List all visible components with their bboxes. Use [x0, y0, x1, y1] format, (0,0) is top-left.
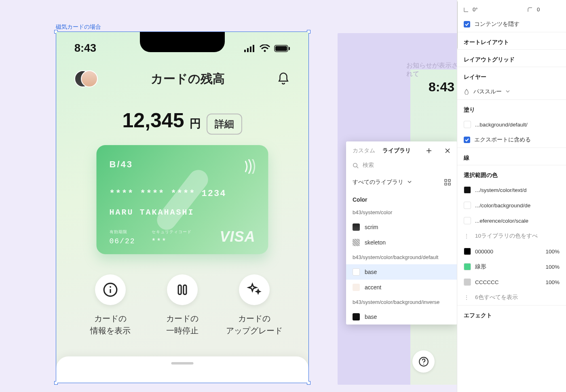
section-autolayout[interactable]: オートレイアウト — [457, 32, 566, 49]
avatar-2 — [81, 70, 98, 87]
svg-rect-1 — [247, 48, 249, 52]
action-pause-label: カードの 一時停止 — [149, 312, 216, 337]
selcolor-1[interactable]: .../system/color/text/d — [457, 182, 566, 198]
question-icon — [418, 356, 429, 367]
corner-input[interactable]: 0 — [537, 6, 560, 13]
transform-row: 0° 0 — [457, 0, 566, 17]
svg-rect-0 — [244, 50, 246, 52]
svg-rect-21 — [445, 179, 447, 181]
svg-point-19 — [353, 163, 357, 166]
rotation-input[interactable]: 0° — [473, 6, 495, 13]
balance-amount: 12,345 — [122, 109, 184, 132]
contactless-icon — [244, 159, 256, 174]
svg-rect-6 — [275, 46, 287, 51]
section-layer[interactable]: レイヤー — [457, 67, 566, 84]
card-brand: B/43 — [110, 159, 256, 170]
frame-1[interactable]: 8:43 カードの残高 12,345 円 詳細 B/43 **** **** *… — [56, 32, 309, 383]
balance-unit: 円 — [190, 116, 201, 131]
action-info-label: カードの 情報を表示 — [77, 312, 144, 337]
corner-icon — [527, 7, 533, 13]
angle-icon — [464, 7, 469, 12]
selcolor-2[interactable]: .../color/background/de — [457, 198, 566, 213]
section-effect[interactable]: エフェクト — [457, 305, 566, 322]
fill-row[interactable]: ...background/default/ — [457, 117, 566, 132]
notice-text: お知らせが表示されて — [406, 61, 459, 78]
svg-rect-3 — [253, 45, 254, 52]
avatar-group[interactable] — [74, 70, 99, 87]
svg-rect-12 — [184, 285, 186, 295]
svg-rect-23 — [445, 183, 447, 185]
section-selection-colors[interactable]: 選択範囲の色 — [457, 165, 566, 182]
section-layoutgrid[interactable]: レイアウトグリッド — [457, 49, 566, 67]
sparkle-icon — [247, 282, 262, 297]
selcolor-3[interactable]: ...eference/color/scale — [457, 213, 566, 228]
details-button[interactable]: 詳細 — [207, 114, 242, 135]
status-bar: 8:43 — [56, 42, 308, 55]
wifi-icon — [260, 44, 270, 53]
library-popup[interactable]: カスタム ライブラリ 検索 すべてのライブラリ Color b43/system… — [346, 141, 457, 325]
lib-item-accent[interactable]: accent — [346, 280, 457, 295]
lib-item-base[interactable]: base — [346, 264, 457, 280]
section-stroke[interactable]: 線 — [457, 148, 566, 165]
pause-icon — [175, 283, 189, 297]
action-pause[interactable]: カードの 一時停止 — [149, 274, 216, 337]
lib-item-scrim[interactable]: scrim — [346, 219, 457, 235]
lib-section-color: Color — [346, 190, 457, 205]
chevron-down-icon — [506, 90, 510, 93]
svg-point-10 — [110, 286, 111, 288]
status-time-2: 8:43 — [429, 80, 454, 95]
info-icon — [103, 282, 118, 297]
tab-custom[interactable]: カスタム — [353, 147, 375, 154]
selcolor-more[interactable]: ⋮10ライブラリの色をすべ — [457, 228, 566, 244]
svg-rect-24 — [448, 183, 450, 185]
properties-panel[interactable]: 0° 0 コンテンツを隠す オートレイアウト レイアウトグリッド レイヤー パス… — [457, 0, 566, 392]
svg-rect-2 — [250, 46, 251, 52]
lib-path-1: b43/system/color — [346, 205, 457, 219]
frame-label-1[interactable]: 磁気カードの場合 — [56, 23, 101, 31]
chevron-down-icon — [408, 181, 412, 184]
card-number: **** **** **** 1234 — [110, 189, 226, 199]
clip-row[interactable]: コンテンツを隠す — [457, 17, 566, 32]
bell-icon[interactable] — [277, 72, 290, 86]
raw-color-3[interactable]: CCCCCC100% — [457, 274, 566, 290]
status-time: 8:43 — [74, 42, 96, 55]
bottom-sheet[interactable] — [56, 356, 308, 383]
svg-line-20 — [357, 166, 358, 168]
card-holder: HARU TAKAHASHI — [110, 208, 194, 217]
balance-row: 12,345 円 詳細 — [56, 109, 308, 135]
help-button[interactable] — [412, 350, 435, 373]
show-all-colors[interactable]: ⋮6色すべてを表示 — [457, 290, 566, 305]
tab-library[interactable]: ライブラリ — [382, 147, 411, 154]
library-filter[interactable]: すべてのライブラリ — [346, 175, 457, 190]
lib-path-2: b43/system/color/background/default — [346, 250, 457, 264]
close-icon[interactable] — [444, 148, 451, 154]
credit-card[interactable]: B/43 **** **** **** 1234 HARU TAKAHASHI … — [97, 145, 268, 254]
svg-rect-11 — [178, 285, 181, 295]
clip-checkbox[interactable] — [464, 21, 470, 27]
fill-include-row[interactable]: エクスポートに含める — [457, 132, 566, 148]
actions-row: カードの 情報を表示 カードの 一時停止 カードの アップグレード — [56, 274, 308, 337]
page-title: カードの残高 — [151, 71, 225, 87]
status-icons — [244, 44, 290, 53]
lib-item-base-inverse[interactable]: base — [346, 309, 457, 325]
grid-icon[interactable] — [444, 179, 451, 185]
droplet-icon — [464, 89, 469, 95]
lib-item-skeleton[interactable]: skeleton — [346, 235, 457, 250]
header-row: カードの残高 — [56, 70, 308, 87]
svg-rect-22 — [448, 179, 450, 181]
panel-scrollbar[interactable] — [457, 1, 458, 49]
blend-mode[interactable]: パススルー — [457, 84, 566, 99]
plus-icon[interactable] — [426, 148, 432, 154]
library-search[interactable]: 検索 — [346, 158, 457, 175]
section-fill[interactable]: 塗り — [457, 99, 566, 117]
card-network: VISA — [220, 228, 255, 245]
action-info[interactable]: カードの 情報を表示 — [77, 274, 144, 337]
battery-icon — [274, 45, 290, 52]
card-cvv: セキュリティコード *** — [152, 229, 192, 245]
include-export-checkbox[interactable] — [464, 137, 470, 143]
action-upgrade[interactable]: カードの アップグレード — [221, 274, 288, 337]
lib-path-3: b43/system/color/background/inverse — [346, 295, 457, 309]
raw-color-2[interactable]: 線形100% — [457, 259, 566, 274]
raw-color-1[interactable]: 000000100% — [457, 244, 566, 259]
search-icon — [353, 162, 359, 169]
